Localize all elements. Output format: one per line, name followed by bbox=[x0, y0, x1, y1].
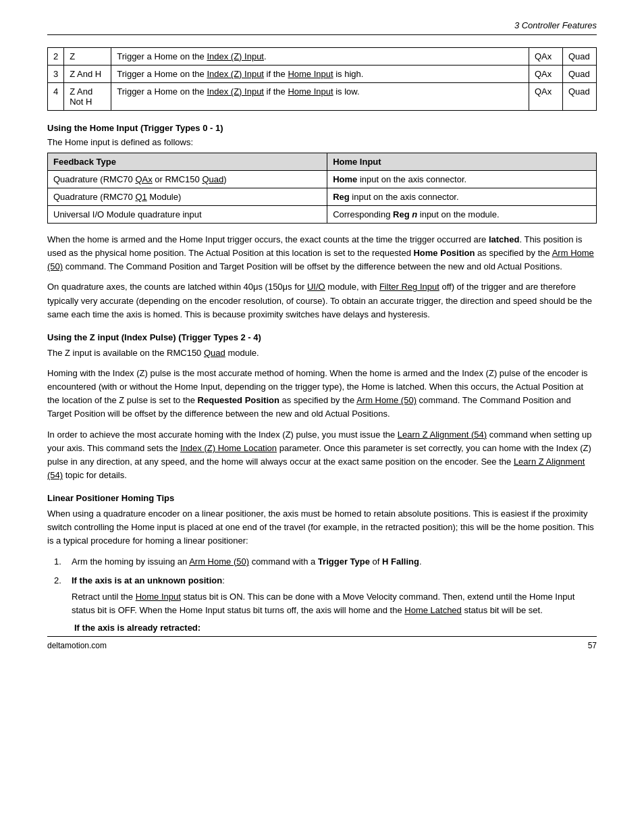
section1-para1: When the home is armed and the Home Inpu… bbox=[47, 233, 597, 273]
table-row: 4 Z And Not H Trigger a Home on the Inde… bbox=[48, 83, 597, 111]
row4-desc: Trigger a Home on the Index (Z) Input if… bbox=[111, 83, 529, 111]
section2: Using the Z input (Index Pulse) (Trigger… bbox=[47, 332, 597, 482]
col2-header: Home Input bbox=[327, 153, 597, 171]
row2-name: Z bbox=[64, 48, 111, 66]
section1-heading: Using the Home Input (Trigger Types 0 - … bbox=[47, 123, 597, 133]
inner-table: Feedback Type Home Input Quadrature (RMC… bbox=[47, 153, 597, 224]
table-row: 2 Z Trigger a Home on the Index (Z) Inpu… bbox=[48, 48, 597, 66]
section2-para1: The Z input is available on the RMC150 Q… bbox=[47, 346, 597, 360]
feedback3: Universal I/O Module quadrature input bbox=[48, 206, 327, 224]
row2-output: QAx bbox=[529, 48, 563, 66]
row4-name: Z And Not H bbox=[64, 83, 111, 111]
row2-num: 2 bbox=[48, 48, 64, 66]
row4-output: QAx bbox=[529, 83, 563, 111]
list-item-1: 1. Arm the homing by issuing an Arm Home… bbox=[54, 555, 597, 569]
table-row: Universal I/O Module quadrature input Co… bbox=[48, 206, 597, 224]
header-title: 3 Controller Features bbox=[514, 20, 597, 30]
home3: Corresponding Reg n input on the module. bbox=[327, 206, 597, 224]
section3: Linear Positioner Homing Tips When using… bbox=[47, 493, 597, 633]
row3-desc: Trigger a Home on the Index (Z) Input if… bbox=[111, 66, 529, 83]
footer-left: deltamotion.com bbox=[47, 641, 107, 650]
table-row: Quadrature (RMC70 Q1 Module) Reg input o… bbox=[48, 188, 597, 206]
table-row: 3 Z And H Trigger a Home on the Index (Z… bbox=[48, 66, 597, 83]
section1-intro: The Home input is defined as follows: bbox=[47, 137, 597, 147]
list-item-2: 2. If the axis is at an unknown position… bbox=[54, 574, 597, 617]
footer-right: 57 bbox=[588, 641, 597, 650]
row2-desc: Trigger a Home on the Index (Z) Input. bbox=[111, 48, 529, 66]
row3-num: 3 bbox=[48, 66, 64, 83]
top-table: 2 Z Trigger a Home on the Index (Z) Inpu… bbox=[47, 47, 597, 111]
section2-heading: Using the Z input (Index Pulse) (Trigger… bbox=[47, 332, 597, 342]
page-header: 3 Controller Features bbox=[47, 20, 597, 35]
home1: Home input on the axis connector. bbox=[327, 171, 597, 188]
home2: Reg input on the axis connector. bbox=[327, 188, 597, 206]
table-row: Quadrature (RMC70 QAx or RMC150 Quad) Ho… bbox=[48, 171, 597, 188]
feedback1: Quadrature (RMC70 QAx or RMC150 Quad) bbox=[48, 171, 327, 188]
last-subheading: If the axis is already retracted: bbox=[74, 623, 597, 633]
row4-num: 4 bbox=[48, 83, 64, 111]
row2-type: Quad bbox=[563, 48, 597, 66]
section3-para1: When using a quadrature encoder on a lin… bbox=[47, 507, 597, 548]
row3-name: Z And H bbox=[64, 66, 111, 83]
section1-para2: On quadrature axes, the counts are latch… bbox=[47, 280, 597, 321]
feedback2: Quadrature (RMC70 Q1 Module) bbox=[48, 188, 327, 206]
col1-header: Feedback Type bbox=[48, 153, 327, 171]
section2-para3: In order to achieve the most accurate ho… bbox=[47, 428, 597, 483]
row4-type: Quad bbox=[563, 83, 597, 111]
section1: Using the Home Input (Trigger Types 0 - … bbox=[47, 123, 597, 321]
page-footer: deltamotion.com 57 bbox=[47, 636, 597, 650]
page: 3 Controller Features 2 Z Trigger a Home… bbox=[0, 0, 644, 677]
section2-para2: Homing with the Index (Z) pulse is the m… bbox=[47, 367, 597, 421]
row3-type: Quad bbox=[563, 66, 597, 83]
section3-heading: Linear Positioner Homing Tips bbox=[47, 493, 597, 503]
row3-output: QAx bbox=[529, 66, 563, 83]
